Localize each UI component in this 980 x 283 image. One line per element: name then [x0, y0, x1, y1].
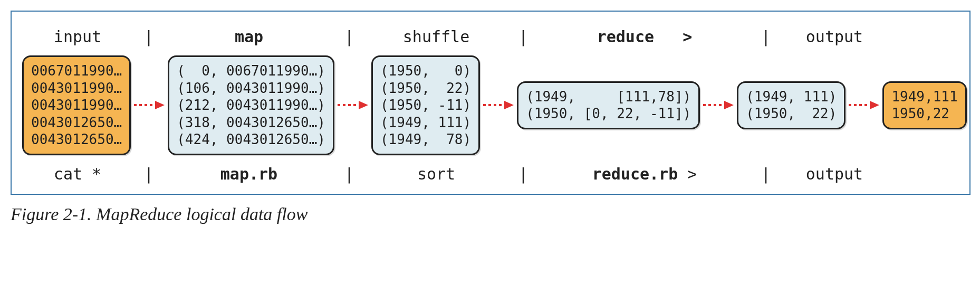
svg-marker-5: [504, 101, 514, 109]
arrow-icon: [334, 99, 371, 111]
box-shuffle: (1949, [111,78]) (1950, [0, 22, -11]): [517, 81, 700, 129]
label-output-bottom: output: [782, 165, 887, 183]
svg-marker-9: [870, 101, 879, 109]
box-map-output: (1950, 0) (1950, 22) (1950, -11) (1949, …: [371, 55, 480, 155]
separator-pipe: |: [333, 27, 365, 46]
label-reduce-text: reduce: [597, 27, 654, 46]
separator-pipe: |: [133, 27, 165, 46]
svg-marker-1: [155, 101, 165, 109]
label-reduce-gt: >: [683, 27, 692, 46]
bottom-label-row: cat * | map.rb | sort | reduce.rb > | ou…: [22, 165, 959, 183]
separator-pipe: |: [333, 165, 365, 183]
label-map: map: [165, 27, 333, 46]
top-label-row: input | map | shuffle | reduce > | outpu…: [22, 27, 959, 46]
label-reducerb-text: reduce.rb: [592, 165, 678, 183]
svg-marker-3: [359, 101, 368, 109]
separator-pipe: |: [750, 165, 782, 183]
separator-pipe: |: [507, 165, 539, 183]
box-reduce: (1949, 111) (1950, 22): [737, 81, 846, 129]
label-reduce: reduce >: [539, 27, 750, 46]
figure-frame: input | map | shuffle | reduce > | outpu…: [11, 11, 971, 195]
separator-pipe: |: [133, 165, 165, 183]
label-reducerb-gt: >: [687, 165, 697, 183]
diagram-row: 0067011990… 0043011990… 0043011990… 0043…: [22, 55, 959, 155]
svg-marker-7: [724, 101, 734, 109]
label-maprb: map.rb: [165, 165, 333, 183]
box-output: 1949,111 1950,22: [882, 81, 966, 129]
box-map-input: ( 0, 0067011990…) (106, 0043011990…) (21…: [168, 55, 334, 155]
arrow-icon: [846, 99, 882, 111]
label-sort: sort: [365, 165, 507, 183]
separator-pipe: |: [750, 27, 782, 46]
label-shuffle: shuffle: [365, 27, 507, 46]
label-reducerb: reduce.rb >: [539, 165, 750, 183]
label-cat: cat *: [22, 165, 133, 183]
separator-pipe: |: [507, 27, 539, 46]
box-input: 0067011990… 0043011990… 0043011990… 0043…: [22, 55, 131, 155]
figure-caption: Figure 2-1. MapReduce logical data flow: [11, 204, 969, 224]
arrow-icon: [700, 99, 737, 111]
label-input: input: [22, 27, 133, 46]
arrow-icon: [131, 99, 168, 111]
label-output: output: [782, 27, 887, 46]
arrow-icon: [480, 99, 517, 111]
